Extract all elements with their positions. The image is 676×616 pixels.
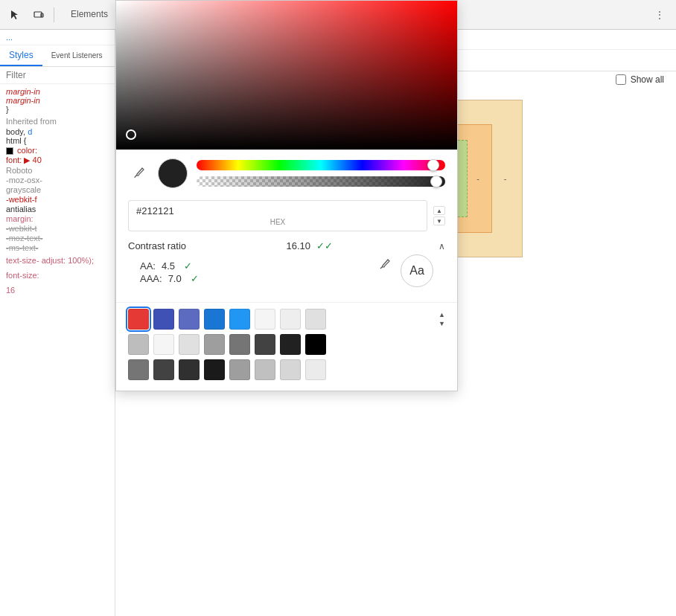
swatch-gray-500[interactable] bbox=[204, 334, 225, 355]
swatch-gray-400[interactable] bbox=[128, 334, 149, 355]
hex-down-arrow[interactable]: ▼ bbox=[433, 216, 445, 225]
property-antialias: antialias bbox=[6, 205, 109, 214]
swatch-gray-300[interactable] bbox=[305, 309, 326, 330]
filter-input[interactable] bbox=[6, 70, 109, 80]
sliders-column bbox=[197, 160, 445, 187]
tab-event-listeners[interactable]: Event Listeners bbox=[42, 45, 112, 66]
wcag-eyedropper-button[interactable] bbox=[374, 254, 395, 275]
swatch-down-arrow[interactable]: ▼ bbox=[439, 320, 445, 327]
css-property-2: margin-in bbox=[6, 96, 109, 105]
swatch-near-white[interactable] bbox=[305, 359, 326, 380]
toolbar-separator bbox=[54, 7, 54, 22]
wcag-aa-line: AA: 4.5 ✓ bbox=[140, 260, 199, 272]
picker-controls bbox=[116, 150, 457, 197]
aaa-check-icon: ✓ bbox=[191, 273, 199, 284]
property-moz-osx: -moz-osx- bbox=[6, 176, 109, 185]
swatch-gray-700b[interactable] bbox=[153, 359, 174, 380]
eyedropper-button[interactable] bbox=[128, 163, 149, 184]
hue-slider[interactable] bbox=[197, 160, 445, 170]
bottom-text-3: 16 bbox=[6, 283, 109, 298]
property-color: color: bbox=[6, 146, 109, 155]
wcag-section: AA: 4.5 ✓ AAA: 7.0 ✓ Aa bbox=[116, 254, 457, 302]
color-gradient[interactable] bbox=[116, 1, 457, 150]
contrast-ratio-label: Contrast ratio bbox=[128, 240, 186, 251]
filter-bar bbox=[0, 67, 115, 84]
contrast-chevron-icon[interactable]: ∧ bbox=[439, 241, 445, 251]
gradient-canvas[interactable] bbox=[116, 1, 457, 150]
styles-content: margin-in margin-in } Inherited from bod… bbox=[0, 84, 115, 616]
contrast-ratio-value: 16.10 ✓✓ bbox=[286, 240, 332, 251]
property-margin: margin: bbox=[6, 214, 109, 223]
wcag-actions: Aa bbox=[374, 254, 445, 293]
color-swatch[interactable] bbox=[6, 147, 13, 155]
swatch-indigo[interactable] bbox=[153, 309, 174, 330]
wcag-row: AA: 4.5 ✓ AAA: 7.0 ✓ bbox=[128, 257, 211, 290]
main-layout: ... Styles Event Listeners margin-in mar… bbox=[0, 30, 676, 616]
contrast-ratio-row: Contrast ratio 16.10 ✓✓ ∧ bbox=[116, 234, 457, 254]
swatches-row-2 bbox=[128, 334, 445, 355]
swatch-blue-dark[interactable] bbox=[204, 309, 225, 330]
swatch-near-black[interactable] bbox=[204, 359, 225, 380]
gradient-cursor[interactable] bbox=[126, 129, 136, 140]
swatch-up-arrow[interactable]: ▲ bbox=[439, 311, 445, 318]
cursor-icon[interactable] bbox=[6, 6, 24, 24]
bottom-text-2: font-size: bbox=[6, 268, 109, 283]
hex-up-arrow[interactable]: ▲ bbox=[433, 206, 445, 215]
property-webkit-t: -webkit-t bbox=[6, 224, 109, 233]
swatch-gray-500b[interactable] bbox=[229, 359, 250, 380]
hue-slider-thumb[interactable] bbox=[427, 159, 439, 171]
device-toolbar-icon[interactable] bbox=[30, 6, 48, 24]
contrast-check-icon: ✓✓ bbox=[316, 240, 333, 251]
swatches-row-3 bbox=[128, 359, 445, 380]
property-roboto: Roboto bbox=[6, 166, 109, 175]
property-grayscale: grayscale bbox=[6, 185, 109, 194]
swatch-gray-100[interactable] bbox=[255, 309, 275, 330]
show-all-label[interactable]: Show all bbox=[631, 74, 664, 85]
property-webkit-f: -webkit-f bbox=[6, 195, 109, 204]
alpha-slider[interactable] bbox=[197, 176, 445, 187]
inherited-label: Inherited from bbox=[6, 117, 109, 126]
property-font: font: ▶ 40 bbox=[6, 155, 109, 165]
swatches-row-1: ▲ ▼ bbox=[128, 309, 445, 330]
swatch-gray-850[interactable] bbox=[179, 359, 200, 380]
swatch-light-gray[interactable] bbox=[280, 359, 301, 380]
swatch-gray-700[interactable] bbox=[255, 334, 275, 355]
style-rule: margin-in margin-in } bbox=[6, 87, 109, 114]
swatch-gray-600[interactable] bbox=[229, 334, 250, 355]
left-panel: ... Styles Event Listeners margin-in mar… bbox=[0, 30, 115, 616]
hex-arrows: ▲ ▼ bbox=[433, 206, 445, 225]
swatch-indigo-light[interactable] bbox=[179, 309, 200, 330]
aa-check-icon: ✓ bbox=[184, 260, 192, 272]
swatch-silver[interactable] bbox=[255, 359, 275, 380]
swatch-gray-100b[interactable] bbox=[153, 334, 174, 355]
color-preview-circle[interactable] bbox=[158, 158, 188, 188]
hex-label: HEX bbox=[136, 218, 419, 226]
alpha-slider-thumb[interactable] bbox=[430, 176, 442, 187]
wcag-aa-preview-button[interactable]: Aa bbox=[401, 254, 433, 287]
swatch-red[interactable] bbox=[128, 309, 149, 330]
swatch-blue[interactable] bbox=[229, 309, 250, 330]
swatch-gray-800[interactable] bbox=[280, 334, 301, 355]
breadcrumb: ... bbox=[0, 30, 115, 45]
hex-input-wrapper: HEX bbox=[128, 200, 427, 231]
box-border-right: - bbox=[473, 174, 482, 183]
sub-tabs: Styles Event Listeners bbox=[0, 45, 115, 67]
property-moz-text: -moz-text- bbox=[6, 234, 109, 243]
swatch-gray-600b[interactable] bbox=[128, 359, 149, 380]
tab-elements[interactable]: Elements bbox=[60, 3, 118, 27]
css-brace: } bbox=[6, 105, 109, 114]
selector-html: html { bbox=[6, 136, 109, 145]
more-options-button[interactable]: ⋮ bbox=[649, 7, 670, 23]
box-margin-right: - bbox=[498, 174, 513, 183]
swatches-scroll-arrows[interactable]: ▲ ▼ bbox=[439, 311, 445, 327]
selector: body, d bbox=[6, 127, 109, 136]
color-picker: HEX ▲ ▼ Contrast ratio 16.10 ✓✓ ∧ AA: 4.… bbox=[115, 0, 458, 391]
hex-input[interactable] bbox=[136, 205, 419, 216]
swatch-gray-200[interactable] bbox=[280, 309, 301, 330]
swatch-black[interactable] bbox=[305, 334, 326, 355]
swatch-gray-300b[interactable] bbox=[179, 334, 200, 355]
tab-styles[interactable]: Styles bbox=[0, 45, 42, 66]
hex-input-row: HEX ▲ ▼ bbox=[116, 197, 457, 234]
css-property-1: margin-in bbox=[6, 87, 109, 96]
show-all-checkbox[interactable] bbox=[616, 74, 626, 85]
